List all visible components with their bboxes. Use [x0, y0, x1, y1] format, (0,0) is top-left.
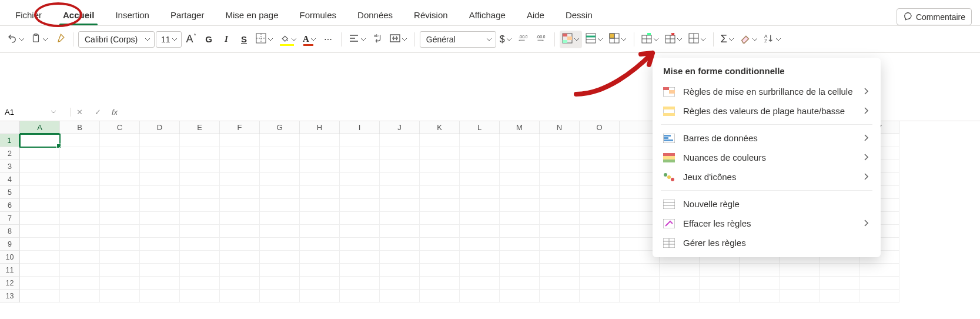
cell[interactable]	[420, 147, 460, 160]
cell[interactable]	[180, 238, 220, 251]
cell[interactable]	[260, 251, 300, 264]
cell[interactable]	[20, 212, 60, 225]
cell[interactable]	[500, 134, 540, 147]
cell[interactable]	[60, 212, 100, 225]
align-left-button[interactable]	[346, 31, 369, 48]
cell[interactable]	[460, 290, 500, 303]
column-header[interactable]: C	[100, 121, 140, 134]
cell[interactable]	[60, 147, 100, 160]
cf-clear-rules[interactable]: Effacer les règles	[653, 214, 881, 233]
tab-dessin[interactable]: Dessin	[555, 4, 603, 25]
cell[interactable]	[140, 160, 180, 173]
cell[interactable]	[260, 277, 300, 290]
cell[interactable]	[460, 238, 500, 251]
cell[interactable]	[100, 134, 140, 147]
cell[interactable]	[140, 277, 180, 290]
tab-formules[interactable]: Formules	[289, 4, 347, 25]
cell[interactable]	[60, 134, 100, 147]
cell[interactable]	[300, 160, 340, 173]
cell[interactable]	[340, 160, 380, 173]
cell[interactable]	[380, 225, 420, 238]
cf-new-rule[interactable]: Nouvelle règle	[653, 194, 881, 214]
cell[interactable]	[540, 134, 580, 147]
cell[interactable]	[580, 238, 620, 251]
format-painter-button[interactable]	[52, 31, 68, 48]
cell[interactable]	[460, 173, 500, 186]
cell[interactable]	[580, 212, 620, 225]
font-name-select[interactable]: Calibri (Corps)	[78, 31, 155, 48]
cell[interactable]	[540, 277, 580, 290]
cell[interactable]	[340, 186, 380, 199]
cell[interactable]	[580, 160, 620, 173]
cell[interactable]	[20, 290, 60, 303]
column-header[interactable]: E	[180, 121, 220, 134]
cell[interactable]	[220, 290, 260, 303]
cell[interactable]	[420, 277, 460, 290]
select-all-corner[interactable]	[0, 121, 20, 134]
cell[interactable]	[380, 212, 420, 225]
cell[interactable]	[140, 186, 180, 199]
cell[interactable]	[260, 173, 300, 186]
cell[interactable]	[580, 277, 620, 290]
cell[interactable]	[300, 290, 340, 303]
cell[interactable]	[260, 199, 300, 212]
font-color-button[interactable]: A	[300, 31, 319, 48]
cell[interactable]	[380, 277, 420, 290]
cell[interactable]	[580, 147, 620, 160]
cell[interactable]	[20, 264, 60, 277]
cell[interactable]	[580, 199, 620, 212]
tab-donnees[interactable]: Données	[347, 4, 403, 25]
cell[interactable]	[180, 225, 220, 238]
decrease-decimal-button[interactable]: .00.0	[533, 31, 550, 48]
cell[interactable]	[500, 199, 540, 212]
cell[interactable]	[820, 277, 859, 290]
column-header[interactable]: F	[220, 121, 260, 134]
cell[interactable]	[460, 212, 500, 225]
cell[interactable]	[420, 173, 460, 186]
column-header[interactable]: N	[540, 121, 580, 134]
row-header[interactable]: 7	[0, 212, 20, 225]
cell[interactable]	[540, 173, 580, 186]
undo-button[interactable]	[5, 31, 27, 48]
cell[interactable]	[340, 290, 380, 303]
cell[interactable]	[260, 186, 300, 199]
cell[interactable]	[540, 238, 580, 251]
cell[interactable]	[140, 251, 180, 264]
cell[interactable]	[300, 212, 340, 225]
cell[interactable]	[140, 225, 180, 238]
cell[interactable]	[20, 186, 60, 199]
cell[interactable]	[180, 290, 220, 303]
cell[interactable]	[540, 225, 580, 238]
column-header[interactable]: B	[60, 121, 100, 134]
cell[interactable]	[540, 160, 580, 173]
cell[interactable]	[180, 277, 220, 290]
cell[interactable]	[500, 173, 540, 186]
cell[interactable]	[220, 186, 260, 199]
number-format-select[interactable]: Général	[420, 31, 496, 48]
italic-button[interactable]: I	[218, 31, 235, 48]
row-header[interactable]: 3	[0, 160, 20, 173]
cell[interactable]	[140, 173, 180, 186]
cell[interactable]	[340, 251, 380, 264]
cell[interactable]	[700, 290, 740, 303]
cell[interactable]	[100, 160, 140, 173]
cell[interactable]	[20, 225, 60, 238]
cell[interactable]	[180, 173, 220, 186]
cell[interactable]	[340, 147, 380, 160]
cell[interactable]	[60, 277, 100, 290]
accounting-format-button[interactable]: $	[497, 31, 514, 48]
cell[interactable]	[380, 264, 420, 277]
row-header[interactable]: 6	[0, 199, 20, 212]
cell[interactable]	[620, 290, 660, 303]
row-header[interactable]: 8	[0, 225, 20, 238]
tab-aide[interactable]: Aide	[516, 4, 555, 25]
name-box[interactable]	[0, 108, 71, 117]
cell[interactable]	[859, 290, 899, 303]
cell[interactable]	[260, 225, 300, 238]
cell[interactable]	[620, 277, 660, 290]
cell[interactable]	[580, 173, 620, 186]
cell[interactable]	[460, 160, 500, 173]
row-header[interactable]: 5	[0, 186, 20, 199]
tab-revision[interactable]: Révision	[403, 4, 459, 25]
clear-button[interactable]	[738, 31, 760, 48]
